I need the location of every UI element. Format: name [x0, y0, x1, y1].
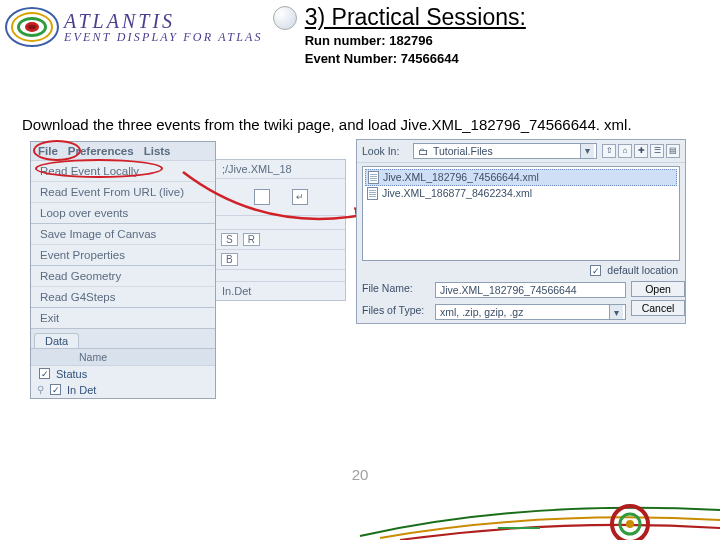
brand-line2: EVENT DISPLAY FOR ATLAS: [64, 31, 263, 43]
menu-read-g4steps[interactable]: Read G4Steps: [31, 287, 215, 308]
r-button[interactable]: R: [243, 233, 260, 246]
default-location-label: default location: [607, 264, 678, 276]
checkbox-default-location-icon[interactable]: ✓: [590, 265, 601, 276]
file-name-1: Jive.XML_186877_8462234.xml: [382, 187, 532, 199]
file-open-dialog: Look In: 🗀 Tutorial.Files ⇧ ⌂ ✚ ☰ ▤ Jive…: [356, 139, 686, 325]
page-title: 3) Practical Sessions:: [305, 4, 526, 31]
file-menu-panel: File Preferences Lists Read Event Locall…: [30, 141, 216, 399]
center-toolbar: ;/Jive.XML_18 ↵ S R B In.Det: [216, 159, 346, 301]
row-status-label: Status: [56, 368, 87, 380]
filetype-value: xml, .zip, gzip, .gz: [440, 306, 523, 318]
menu-lists[interactable]: Lists: [144, 145, 171, 157]
cancel-button[interactable]: Cancel: [631, 300, 685, 316]
col-name: Name: [73, 349, 113, 365]
filetype-combo[interactable]: xml, .zip, gzip, .gz: [435, 304, 626, 320]
checkbox-status-icon[interactable]: ✓: [39, 368, 50, 379]
menu-loop-events[interactable]: Loop over events: [31, 203, 215, 224]
home-icon[interactable]: ⌂: [618, 144, 632, 158]
brand-text: ATLANTIS EVENT DISPLAY FOR ATLAS: [64, 11, 263, 43]
detail-view-icon[interactable]: ▤: [666, 144, 680, 158]
nav-icon-a[interactable]: [254, 189, 270, 205]
doc-icon: [367, 187, 378, 200]
menu-preferences[interactable]: Preferences: [68, 145, 134, 157]
path-fragment: ;/Jive.XML_18: [216, 160, 345, 179]
file-row-selected[interactable]: Jive.XML_182796_74566644.xml: [365, 169, 677, 186]
menu-exit[interactable]: Exit: [31, 308, 215, 329]
up-folder-icon[interactable]: ⇧: [602, 144, 616, 158]
checkbox-indet-icon[interactable]: ✓: [50, 384, 61, 395]
list-view-icon[interactable]: ☰: [650, 144, 664, 158]
filename-input[interactable]: Jive.XML_182796_74566644: [435, 282, 626, 298]
col-blank: [31, 349, 73, 365]
footer-decoration: [0, 490, 720, 540]
menu-event-properties[interactable]: Event Properties: [31, 245, 215, 266]
menu-file[interactable]: File: [38, 145, 58, 157]
s-button[interactable]: S: [221, 233, 238, 246]
menu-read-geometry[interactable]: Read Geometry: [31, 266, 215, 287]
filetype-label: Files of Type:: [362, 304, 430, 320]
menu-read-event-locally[interactable]: Read Event Locally: [31, 161, 215, 182]
data-table-header: Name: [31, 349, 215, 366]
svg-point-3: [626, 520, 634, 528]
file-row[interactable]: Jive.XML_186877_8462234.xml: [365, 186, 677, 201]
folder-icon: 🗀: [418, 145, 429, 157]
lookin-combo[interactable]: 🗀 Tutorial.Files: [413, 143, 597, 159]
event-number: Event Number: 74566644: [305, 51, 526, 67]
brand-block: ATLANTIS EVENT DISPLAY FOR ATLAS: [0, 0, 267, 54]
menu-bar: File Preferences Lists: [31, 142, 215, 161]
lookin-label: Look In:: [362, 145, 408, 157]
open-button[interactable]: Open: [631, 281, 685, 297]
key-icon: ⚲: [37, 384, 44, 395]
tab-data[interactable]: Data: [34, 333, 79, 348]
file-name-0: Jive.XML_182796_74566644.xml: [383, 171, 539, 183]
row-indet-label: In Det: [67, 384, 96, 396]
brand-line1: ATLANTIS: [64, 11, 263, 31]
indet-label: In.Det: [216, 282, 345, 300]
menu-read-event-url[interactable]: Read Event From URL (live): [31, 182, 215, 203]
doc-icon: [368, 171, 379, 184]
row-status[interactable]: ✓ Status: [31, 366, 215, 382]
atlas-detector-icon: [4, 6, 60, 48]
filename-value: Jive.XML_182796_74566644: [440, 284, 577, 296]
lookin-value: Tutorial.Files: [433, 145, 493, 157]
filename-label: File Name:: [362, 282, 430, 298]
menu-save-image[interactable]: Save Image of Canvas: [31, 224, 215, 245]
new-folder-icon[interactable]: ✚: [634, 144, 648, 158]
side-tabs: Data: [31, 329, 215, 349]
globe-icon: [273, 6, 297, 30]
instruction-text: Download the three events from the twiki…: [22, 116, 720, 133]
row-indet[interactable]: ⚲ ✓ In Det: [31, 382, 215, 398]
enter-icon[interactable]: ↵: [292, 189, 308, 205]
run-number: Run number: 182796: [305, 33, 526, 49]
page-number: 20: [0, 466, 720, 483]
file-list[interactable]: Jive.XML_182796_74566644.xml Jive.XML_18…: [362, 166, 680, 261]
b-button[interactable]: B: [221, 253, 238, 266]
